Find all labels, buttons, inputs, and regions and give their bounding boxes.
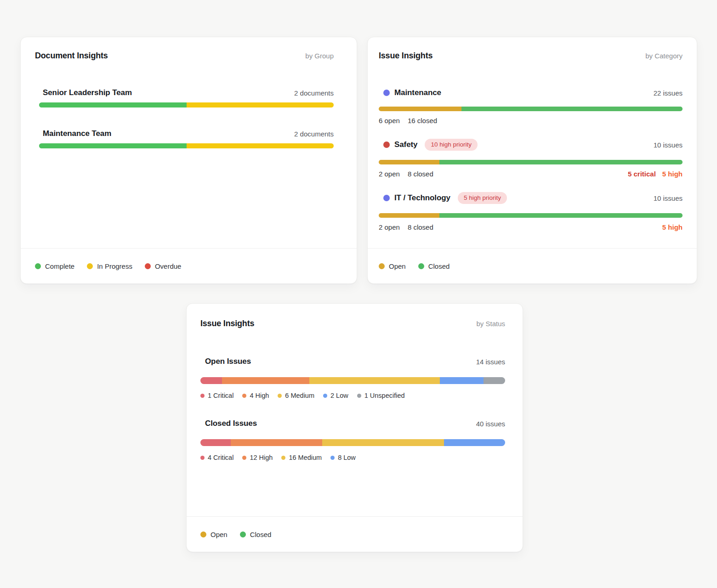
open-issues-section: Open Issues 14 issues 1 Critical 4 High …: [200, 357, 505, 399]
open-count: 2 open: [379, 223, 400, 231]
high-priority-badge: 5 high priority: [458, 192, 507, 204]
medium-dot-icon: [278, 394, 282, 398]
row-header: Senior Leadership Team 2 documents: [39, 88, 334, 97]
card-title: Issue Insights: [200, 319, 254, 328]
legend-label: 2 Low: [330, 392, 348, 399]
bar-segment: [200, 377, 222, 384]
document-count: 2 documents: [294, 89, 334, 97]
card-body: Open Issues 14 issues 1 Critical 4 High …: [187, 328, 523, 516]
legend-item-critical: 1 Critical: [200, 392, 233, 399]
high-severity-count: 5 high: [662, 223, 683, 231]
status-label: Open Issues: [205, 357, 251, 366]
bar-segment: [39, 102, 187, 107]
document-status-bar: [39, 143, 334, 148]
bar-segment: [379, 160, 439, 164]
bar-segment: [440, 377, 484, 384]
legend-label: Closed: [250, 531, 272, 538]
document-group-row: Maintenance Team 2 documents: [39, 129, 334, 148]
complete-dot-icon: [35, 263, 41, 269]
legend-item-high: 12 High: [242, 454, 273, 461]
bar-segment: [187, 102, 334, 107]
legend-item-open: Open: [379, 262, 406, 270]
legend-item-low: 8 Low: [330, 454, 356, 461]
card-header: Issue Insights by Status: [187, 304, 523, 328]
card-grouping-label: by Category: [645, 51, 683, 60]
closed-dot-icon: [418, 263, 424, 269]
bar-segment: [379, 107, 461, 111]
bar-segment: [444, 439, 505, 446]
severity-legend: 4 Critical 12 High 16 Medium 8 Low: [200, 454, 505, 461]
critical-dot-icon: [200, 456, 205, 460]
legend-item-overdue: Overdue: [145, 262, 182, 270]
issue-insights-by-status-card: Issue Insights by Status Open Issues 14 …: [186, 303, 523, 552]
card-legend: Open Closed: [368, 248, 697, 283]
bar-segment: [309, 377, 440, 384]
bar-segment: [439, 160, 683, 164]
open-count: 2 open: [379, 170, 400, 178]
card-header: Issue Insights by Category: [368, 37, 697, 61]
issue-insights-by-category-card: Issue Insights by Category Maintenance 2…: [367, 37, 697, 284]
bar-segment: [484, 377, 505, 384]
legend-label: Open: [389, 262, 406, 270]
legend-item-complete: Complete: [35, 262, 74, 270]
row-caption: 2 open 8 closed 5 critical 5 high: [379, 170, 683, 178]
legend-label: Overdue: [155, 262, 182, 270]
card-header: Document Insights by Group: [21, 37, 357, 61]
issue-count: 40 issues: [476, 420, 505, 428]
overdue-dot-icon: [145, 263, 151, 269]
medium-dot-icon: [281, 456, 285, 460]
closed-count: 8 closed: [408, 223, 433, 231]
legend-label: Open: [211, 531, 228, 538]
issue-count: 14 issues: [476, 358, 505, 366]
row-caption: 2 open 8 closed 5 high: [379, 223, 683, 231]
bar-segment: [200, 439, 231, 446]
severity-bar: [200, 439, 505, 446]
legend-label: Closed: [428, 262, 450, 270]
legend-label: 4 Critical: [208, 454, 233, 461]
legend-item-medium: 16 Medium: [281, 454, 322, 461]
legend-label: 1 Unspecified: [364, 392, 405, 399]
document-count: 2 documents: [294, 130, 334, 138]
critical-dot-icon: [200, 394, 205, 398]
legend-label: 4 High: [250, 392, 269, 399]
card-title: Document Insights: [35, 51, 108, 61]
card-title: Issue Insights: [379, 51, 432, 61]
bar-segment: [231, 439, 322, 446]
unspecified-dot-icon: [357, 394, 361, 398]
category-row-it-technology: IT / Technology 5 high priority 10 issue…: [379, 192, 683, 231]
bar-segment: [439, 213, 683, 218]
insights-dashboard: { "cards": { "documents": { "title": "Do…: [0, 0, 717, 588]
open-count: 6 open: [379, 117, 400, 124]
legend-item-high: 4 High: [242, 392, 269, 399]
bar-segment: [39, 143, 187, 148]
severity-legend: 1 Critical 4 High 6 Medium 2 Low 1 Unspe…: [200, 392, 505, 399]
high-priority-badge: 10 high priority: [425, 139, 478, 151]
row-header: Closed Issues 40 issues: [200, 419, 505, 428]
legend-item-medium: 6 Medium: [278, 392, 314, 399]
card-legend: Complete In Progress Overdue: [21, 248, 357, 283]
legend-label: 12 High: [250, 454, 273, 461]
category-row-safety: Safety 10 high priority 10 issues 2 open…: [379, 139, 683, 178]
group-label: Maintenance Team: [43, 129, 111, 138]
open-dot-icon: [379, 263, 385, 269]
legend-item-closed: Closed: [418, 262, 450, 270]
legend-label: In Progress: [97, 262, 132, 270]
high-dot-icon: [242, 394, 246, 398]
category-row-maintenance: Maintenance 22 issues 6 open 16 closed: [379, 88, 683, 124]
legend-item-closed: Closed: [240, 531, 272, 538]
bar-segment: [461, 107, 683, 111]
closed-issues-section: Closed Issues 40 issues 4 Critical 12 Hi…: [200, 419, 505, 461]
document-status-bar: [39, 102, 334, 107]
issue-count: 10 issues: [654, 141, 683, 149]
row-header: IT / Technology 5 high priority 10 issue…: [379, 192, 683, 204]
legend-label: 6 Medium: [285, 392, 314, 399]
card-grouping-label: by Status: [476, 319, 505, 328]
bar-segment: [322, 439, 444, 446]
legend-item-open: Open: [200, 531, 228, 538]
row-header: Maintenance Team 2 documents: [39, 129, 334, 138]
closed-dot-icon: [240, 531, 246, 537]
category-label: IT / Technology: [394, 193, 450, 203]
category-dot-icon: [383, 141, 390, 148]
row-header: Maintenance 22 issues: [379, 88, 683, 97]
card-body: Maintenance 22 issues 6 open 16 closed S…: [368, 61, 697, 248]
